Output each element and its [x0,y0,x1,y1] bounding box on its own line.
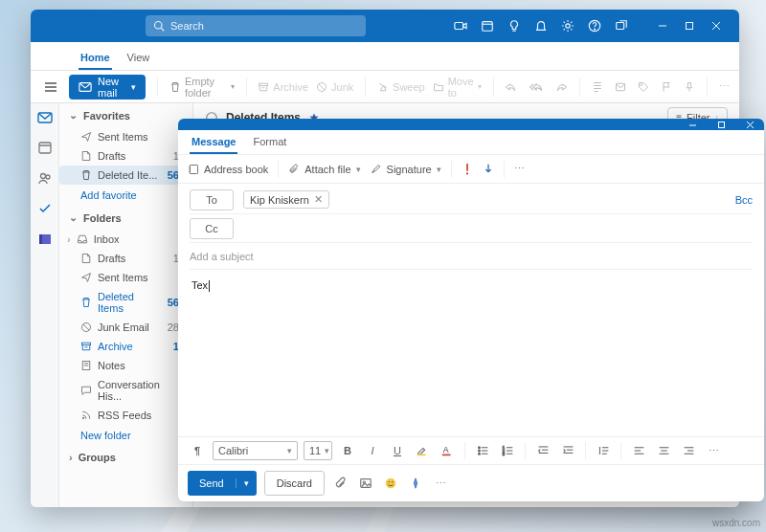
importance-high-icon[interactable] [462,163,473,176]
search-input[interactable]: Search [146,15,366,36]
moveto-button[interactable]: Move to ▾ [433,76,482,99]
quote-button[interactable] [594,445,613,456]
help-icon[interactable] [588,19,601,33]
window-popout-icon[interactable] [615,19,628,33]
sidebar-notes[interactable]: Notes 2 [59,356,192,375]
pilcrow-button[interactable]: ¶ [188,445,207,456]
tag-icon[interactable] [638,81,649,93]
bcc-button[interactable]: Bcc [735,194,753,206]
bold-button[interactable]: B [338,445,357,456]
sidebar-deleted2[interactable]: Deleted Items 564 [59,287,192,318]
add-favorite-link[interactable]: Add favorite [59,185,192,206]
importance-low-icon[interactable] [483,163,494,176]
underline-button[interactable]: U [388,445,407,456]
tab-home[interactable]: Home [79,46,112,70]
bell-icon[interactable] [534,19,548,33]
sidebar-junk[interactable]: Junk Email 287 [59,318,192,337]
sweep-button[interactable]: Sweep [377,81,425,93]
section-folders[interactable]: ⌄Folders [59,206,192,230]
sidebar-drafts2[interactable]: Drafts 15 [59,249,192,268]
maximize-button[interactable] [676,10,703,42]
rail-mail-icon[interactable] [37,111,53,126]
align-right-button[interactable] [679,445,698,456]
signature-button[interactable]: Signature▾ [371,164,441,175]
compose-send-more-button[interactable]: ⋯ [432,477,449,490]
tab-format[interactable]: Format [251,130,288,154]
send-dropdown[interactable]: ▾ [236,478,257,488]
insert-picture-icon[interactable] [357,477,374,490]
insert-attachment-icon[interactable] [332,477,349,490]
subject-input[interactable]: Add a subject [190,251,254,262]
highlight-button[interactable] [413,444,432,457]
block-icon [316,81,327,93]
compose-minimize-button[interactable] [678,120,707,129]
sidebar-archive2[interactable]: Archive 13 [59,337,192,356]
align-left-button[interactable] [629,445,648,456]
indent-button[interactable] [558,445,577,456]
cc-input[interactable] [243,214,753,242]
sidebar-deleted-items[interactable]: Deleted Ite... 564 [59,166,192,185]
reply-icon[interactable] [505,81,516,93]
compose-more-button[interactable]: ⋯ [514,163,525,175]
close-button[interactable] [703,10,730,42]
compose-window: Message Format Address book Attach file▾… [178,119,764,501]
section-groups[interactable]: ›Groups [59,446,192,469]
align-center-button[interactable] [654,445,673,456]
svg-rect-18 [259,83,268,85]
format-more-button[interactable]: ⋯ [704,445,723,457]
send-button[interactable]: Send ▾ [188,471,257,496]
tab-message[interactable]: Message [190,130,237,154]
forward-icon[interactable] [556,81,568,93]
read-icon[interactable] [615,81,626,93]
to-button[interactable]: To [190,189,234,211]
reply-all-icon[interactable] [529,81,543,93]
compose-body[interactable]: Tex [178,272,764,436]
hamburger-icon[interactable] [40,78,61,97]
rail-people-icon[interactable] [37,170,53,188]
cc-button[interactable]: Cc [190,218,234,239]
calendar-today-icon[interactable] [481,19,494,33]
bullets-button[interactable] [473,445,492,456]
more-button[interactable]: ⋯ [719,80,730,93]
numbering-button[interactable]: 123 [498,445,517,456]
rail-todo-icon[interactable] [37,201,53,218]
attach-file-button[interactable]: Attach file▾ [288,164,360,175]
sidebar-conversation-history[interactable]: Conversation His... [59,375,192,406]
font-family-select[interactable]: Calibri▾ [213,441,298,460]
remove-chip-icon[interactable]: ✕ [314,193,323,206]
font-color-button[interactable]: A [438,444,457,457]
sidebar-inbox[interactable]: › Inbox [59,230,192,249]
address-book-button[interactable]: Address book [188,164,268,175]
app-rail [31,103,59,507]
compose-maximize-button[interactable] [707,120,735,129]
insert-emoji-icon[interactable] [382,477,399,490]
discard-button[interactable]: Discard [264,471,325,496]
meet-now-icon[interactable] [454,19,467,33]
sidebar-sent2[interactable]: Sent Items [59,268,192,287]
sidebar-sent-items[interactable]: Sent Items [59,127,192,146]
gear-icon[interactable] [561,19,574,33]
compose-close-button[interactable] [735,120,764,129]
lightbulb-icon[interactable] [507,19,521,33]
archive-button[interactable]: Archive [258,81,308,93]
rail-notes-icon[interactable] [37,232,53,249]
pin-icon[interactable] [684,81,695,93]
empty-folder-button[interactable]: Empty folder ▾ [169,76,235,99]
flag-icon[interactable] [661,81,672,93]
section-favorites[interactable]: ⌄Favorites [59,103,192,127]
search-icon [153,20,165,32]
font-size-select[interactable]: 11▾ [304,441,332,460]
tab-view[interactable]: View [125,46,152,70]
outdent-button[interactable] [533,445,552,456]
sidebar-drafts[interactable]: Drafts 15 [59,146,192,166]
recipient-chip[interactable]: Kip Kniskern ✕ [243,190,329,209]
minimize-button[interactable] [649,10,676,42]
insert-scheduling-icon[interactable] [407,477,424,490]
quicksteps-icon[interactable] [592,81,603,93]
italic-button[interactable]: I [363,445,382,456]
sidebar-rss[interactable]: RSS Feeds [59,406,192,425]
junk-button[interactable]: Junk [316,81,353,93]
new-mail-button[interactable]: New mail ▾ [69,75,146,100]
new-folder-link[interactable]: New folder [59,425,192,446]
rail-calendar-icon[interactable] [37,140,53,157]
